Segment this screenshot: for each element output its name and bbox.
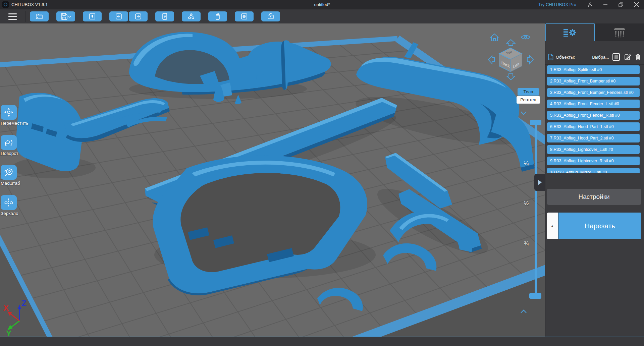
tool-rotate: Поворот [1, 135, 41, 156]
slice-button[interactable]: Нарезать [558, 213, 641, 239]
rotate-left-arrow[interactable] [488, 56, 494, 64]
machine-box-icon [267, 12, 275, 20]
object-list-item[interactable]: 3.R33_Abflug_Front_Bumper_Fenders.stl #0 [547, 88, 640, 97]
machine-box-button[interactable] [261, 11, 280, 21]
tab-slice-settings[interactable] [545, 23, 595, 41]
render-mode-body-button[interactable]: Тело [518, 88, 539, 96]
account-icon[interactable] [582, 0, 598, 9]
resin-bottle-button[interactable] [208, 11, 227, 21]
rotate-down-arrow[interactable] [507, 74, 515, 80]
toolbar [0, 9, 644, 23]
slider-chevron-up[interactable] [519, 309, 528, 314]
support-icon [612, 27, 627, 38]
viewport-3d[interactable]: Переместить Поворот [0, 23, 545, 337]
dig-hole-button[interactable] [235, 11, 254, 21]
hollow-icon [187, 12, 195, 20]
resin-bottle-icon [214, 12, 222, 20]
object-list-item[interactable]: 7.R33_Abflug_Hood_Part_2.stl #0 [547, 134, 640, 142]
select-all-button[interactable] [612, 53, 620, 61]
rotate-button[interactable] [1, 135, 17, 150]
axis-y-label: Y [6, 329, 11, 337]
panel-tabbar [545, 23, 644, 41]
toolbar-separator [25, 11, 26, 22]
object-list-item[interactable]: 9.R33_Abflug_Lightcover_R.stl #0 [547, 157, 640, 165]
slice-settings-icon [563, 27, 578, 38]
tool-move: Переместить [1, 105, 41, 126]
undo-button[interactable] [109, 11, 128, 21]
try-pro-link[interactable]: Try CHITUBOX Pro [538, 2, 576, 7]
home-view-icon[interactable] [490, 34, 498, 41]
rotate-up-arrow[interactable] [507, 40, 515, 46]
rotate-label: Поворот [1, 151, 41, 156]
slider-handle-bottom[interactable] [529, 293, 541, 299]
axis-z-label: Z [21, 299, 26, 308]
render-mode-xray-button[interactable]: Рентген [517, 96, 540, 104]
move-button[interactable] [1, 105, 17, 120]
save-dropdown-caret [68, 16, 71, 17]
tool-mirror: Зеркало [1, 195, 41, 216]
slider-mark-quarter: ¼ [524, 160, 529, 167]
objects-header: Объекты: Выбра... [548, 52, 641, 62]
rename-button[interactable] [624, 53, 631, 61]
menu-icon[interactable] [4, 10, 21, 22]
slice-options-button[interactable]: ▲ [547, 213, 558, 239]
mirror-button[interactable] [1, 195, 17, 210]
object-list-item[interactable]: 10.R33_Abflug_Mirror_L.stl #0 [547, 168, 640, 173]
right-panel: Объекты: Выбра... 1.R [545, 23, 644, 337]
scale-icon [4, 167, 14, 177]
tab-support[interactable] [595, 23, 644, 41]
close-button[interactable] [629, 0, 644, 9]
objects-doc-icon [548, 54, 553, 60]
scale-label: Масштаб [1, 181, 41, 186]
rotate-right-arrow[interactable] [527, 56, 533, 64]
scale-button[interactable] [1, 165, 17, 180]
panel-collapse-handle[interactable] [534, 174, 545, 191]
panel-separator [545, 64, 644, 65]
object-list: 1.R33_Abflug_Splitter.stl #0 2.R33_Abflu… [547, 65, 640, 173]
build-plate-scene [0, 23, 545, 337]
object-list-item[interactable]: 8.R33_Abflug_Lightcover_L.stl #0 [547, 145, 640, 154]
chitubox-window: CHITUBOX V1.9.1 untitled* Try CHITUBOX P… [0, 0, 644, 346]
save-icon [60, 12, 71, 20]
collapse-arrow-icon [537, 179, 542, 186]
clone-button[interactable] [155, 11, 174, 21]
view-eye-icon[interactable] [521, 36, 530, 39]
settings-button[interactable]: Настройки [547, 189, 641, 205]
object-list-item[interactable]: 6.R33_Abflug_Hood_Part_1.stl #0 [547, 122, 640, 131]
axis-x-label: X [3, 303, 9, 312]
open-file-icon [35, 12, 43, 20]
redo-button[interactable] [129, 11, 148, 21]
move-icon [4, 107, 14, 117]
slider-chevron-down[interactable] [519, 111, 528, 116]
dig-hole-icon [240, 12, 248, 20]
object-list-item[interactable]: 4.R33_Abflug_Front_Fender_L.stl #0 [547, 100, 640, 108]
clone-icon [161, 12, 169, 20]
bottom-bar [0, 337, 644, 346]
axis-indicator: X Z Y [0, 297, 40, 337]
delete-button[interactable] [635, 53, 641, 61]
slider-handle-top[interactable] [530, 120, 541, 125]
move-label: Переместить [1, 121, 41, 126]
layer-slider[interactable] [527, 120, 541, 303]
restore-button[interactable] [613, 0, 629, 9]
minimize-button[interactable] [598, 0, 613, 9]
objects-selected-label: Выбра... [592, 55, 609, 60]
hollow-button[interactable] [182, 11, 201, 21]
app-title: CHITUBOX V1.9.1 [11, 2, 48, 7]
titlebar: CHITUBOX V1.9.1 untitled* Try CHITUBOX P… [0, 0, 644, 9]
capture-thumbnail-button[interactable] [83, 11, 102, 21]
tool-scale: Масштаб [1, 165, 41, 186]
slider-mark-three-quarter: ¾ [524, 240, 529, 247]
view-cube-cluster: Top Back Left [486, 32, 536, 82]
object-list-item[interactable]: 5.R33_Abflug_Front_Fender_R.stl #0 [547, 111, 640, 120]
mirror-icon [4, 197, 14, 208]
slider-mark-half: ½ [524, 200, 529, 207]
object-list-item[interactable]: 1.R33_Abflug_Splitter.stl #0 [547, 65, 640, 74]
view-cube[interactable]: Top Back Left [499, 48, 522, 72]
save-button[interactable] [56, 11, 75, 21]
undo-icon [115, 12, 123, 20]
rotate-icon [4, 137, 14, 148]
open-file-button[interactable] [30, 11, 49, 21]
mirror-label: Зеркало [1, 211, 41, 216]
object-list-item[interactable]: 2.R33_Abflug_Front_Bumper.stl #0 [547, 77, 640, 85]
